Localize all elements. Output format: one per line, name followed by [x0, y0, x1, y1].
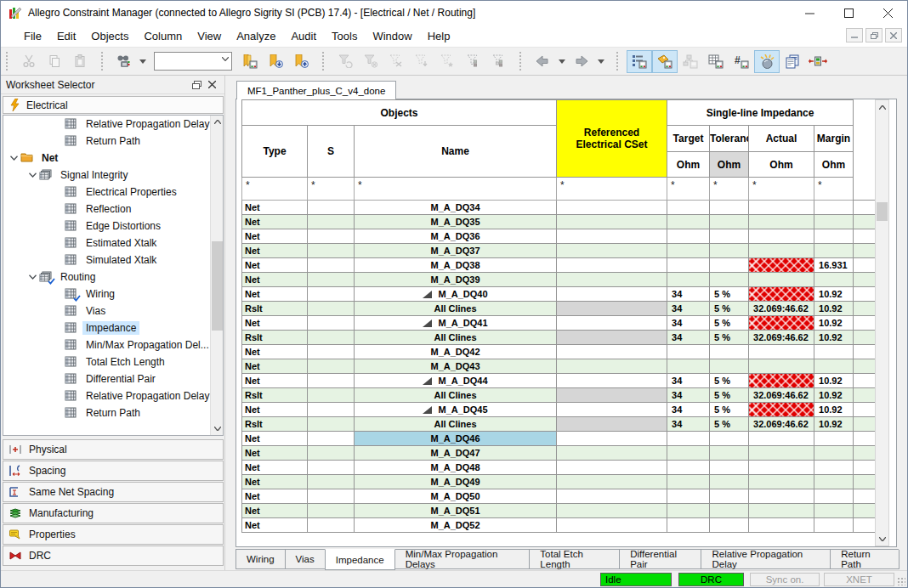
cell-s[interactable]: [308, 359, 355, 374]
cell-margin[interactable]: [814, 475, 854, 489]
cell-target[interactable]: 34: [667, 331, 710, 345]
cell-target[interactable]: 34: [667, 417, 710, 432]
cell-name[interactable]: M_A_DQ35: [355, 215, 557, 229]
cell-margin[interactable]: [814, 359, 854, 374]
cell-name[interactable]: M_A_DQ38: [355, 258, 557, 273]
cell-tolerance[interactable]: [710, 229, 749, 244]
cell-tolerance[interactable]: [710, 518, 749, 533]
tab-vias[interactable]: Vias: [285, 550, 326, 569]
cell-actual[interactable]: [749, 461, 814, 475]
cell-s[interactable]: [308, 331, 355, 345]
cell-referenced-cset[interactable]: [557, 489, 667, 504]
cell-type[interactable]: Net: [242, 229, 308, 244]
cell-actual[interactable]: 32.069:46.62: [749, 331, 814, 345]
tree-item-net[interactable]: Net: [3, 150, 223, 167]
cell-type[interactable]: Net: [242, 273, 308, 287]
tree-item-wiring[interactable]: Wiring: [3, 286, 223, 302]
cell-name[interactable]: M_A_DQ46: [355, 432, 557, 446]
cell-tolerance[interactable]: [710, 475, 749, 489]
cell-margin[interactable]: 10.92: [814, 331, 854, 345]
cell-tolerance[interactable]: 5 %: [710, 403, 749, 417]
cell-name[interactable]: M_A_DQ51: [355, 504, 557, 518]
chevron-down-icon[interactable]: [27, 274, 37, 280]
cell-name[interactable]: All Clines: [355, 388, 557, 403]
menu-edit[interactable]: Edit: [49, 26, 83, 46]
cell-tolerance[interactable]: [710, 201, 749, 215]
menu-view[interactable]: View: [190, 26, 229, 46]
tab-wiring[interactable]: Wiring: [236, 550, 286, 569]
cell-s[interactable]: [308, 403, 355, 417]
cell-tolerance[interactable]: [710, 461, 749, 475]
cell-s[interactable]: [308, 461, 355, 475]
cell-s[interactable]: [308, 345, 355, 359]
cell-name[interactable]: M_A_DQ50: [355, 489, 557, 504]
column-header-target[interactable]: Target: [667, 126, 710, 152]
menu-help[interactable]: Help: [420, 26, 458, 46]
cell-target[interactable]: [667, 432, 710, 446]
cell-s[interactable]: [308, 475, 355, 489]
cell-margin[interactable]: [814, 215, 854, 229]
expand-triangle-icon[interactable]: [423, 319, 432, 327]
cell-target[interactable]: 34: [667, 374, 710, 388]
cell-tolerance[interactable]: [710, 244, 749, 258]
column-header-name[interactable]: Name: [355, 126, 557, 178]
cell-name[interactable]: All Clines: [355, 331, 557, 345]
tree-item-edge-distortions[interactable]: Edge Distortions: [3, 218, 223, 235]
cell-referenced-cset[interactable]: [557, 316, 667, 331]
cell-type[interactable]: Rslt: [242, 388, 308, 403]
mdi-close[interactable]: [885, 28, 902, 42]
tree-item-return-path[interactable]: Return Path: [3, 404, 223, 421]
cell-referenced-cset[interactable]: [557, 403, 667, 417]
cell-type[interactable]: Net: [242, 244, 308, 258]
menu-tools[interactable]: Tools: [324, 26, 365, 46]
cell-name[interactable]: M_A_DQ49: [355, 475, 557, 489]
cell-type[interactable]: Net: [242, 504, 308, 518]
cell-tolerance[interactable]: 5 %: [710, 417, 749, 432]
menu-file[interactable]: File: [16, 26, 49, 46]
mdi-minimize[interactable]: [846, 28, 863, 42]
chevron-down-icon[interactable]: [137, 50, 149, 73]
cell-name[interactable]: M_A_DQ39: [355, 273, 557, 287]
cell-referenced-cset[interactable]: [557, 388, 667, 403]
cell-margin[interactable]: [814, 489, 854, 504]
sheet-tab[interactable]: MF1_Panther_plus_C_v4_done: [236, 81, 396, 99]
cell-name[interactable]: M_A_DQ41: [355, 316, 557, 331]
cell-name[interactable]: All Clines: [355, 302, 557, 316]
cell-margin[interactable]: [814, 504, 854, 518]
cell-target[interactable]: [667, 475, 710, 489]
find-icon[interactable]: [111, 50, 137, 73]
cell-type[interactable]: Net: [242, 359, 308, 374]
tree-item-relative-propagation-delay[interactable]: Relative Propagation Delay: [3, 387, 223, 404]
unit-header-tolerance[interactable]: Ohm: [710, 152, 749, 178]
cell-s[interactable]: [308, 258, 355, 273]
filter-cell-name[interactable]: *: [355, 178, 557, 201]
cell-referenced-cset[interactable]: [557, 475, 667, 489]
table-view-icon[interactable]: [703, 50, 729, 73]
cell-margin[interactable]: [814, 273, 854, 287]
unit-header-actual[interactable]: Ohm: [749, 152, 814, 178]
cell-target[interactable]: 34: [667, 316, 710, 331]
section-spacing[interactable]: Spacing: [3, 461, 224, 481]
cell-type[interactable]: Rslt: [242, 302, 308, 316]
column-header-actual[interactable]: Actual: [749, 126, 814, 152]
cell-actual[interactable]: [749, 345, 814, 359]
column-header-margin[interactable]: Margin: [814, 126, 854, 152]
cell-name[interactable]: M_A_DQ37: [355, 244, 557, 258]
tree-item-differential-pair[interactable]: Differential Pair: [3, 370, 223, 387]
cell-type[interactable]: Net: [242, 345, 308, 359]
filter-cell-type[interactable]: *: [242, 178, 308, 201]
cell-target[interactable]: [667, 504, 710, 518]
cell-tolerance[interactable]: 5 %: [710, 331, 749, 345]
cell-tolerance[interactable]: [710, 273, 749, 287]
cell-name[interactable]: M_A_DQ52: [355, 518, 557, 533]
cell-actual[interactable]: [749, 446, 814, 461]
tree-item-estimated-xtalk[interactable]: Estimated Xtalk: [3, 235, 223, 252]
pages-icon[interactable]: [780, 50, 805, 73]
unit-header-target[interactable]: Ohm: [667, 152, 710, 178]
group-header-single-line-impedance[interactable]: Single-line Impedance: [667, 100, 854, 126]
cell-margin[interactable]: [814, 446, 854, 461]
cell-type[interactable]: Net: [242, 461, 308, 475]
close-panel-icon[interactable]: [204, 78, 219, 92]
cell-margin[interactable]: 10.92: [814, 316, 854, 331]
group-header-objects[interactable]: Objects: [242, 100, 557, 126]
